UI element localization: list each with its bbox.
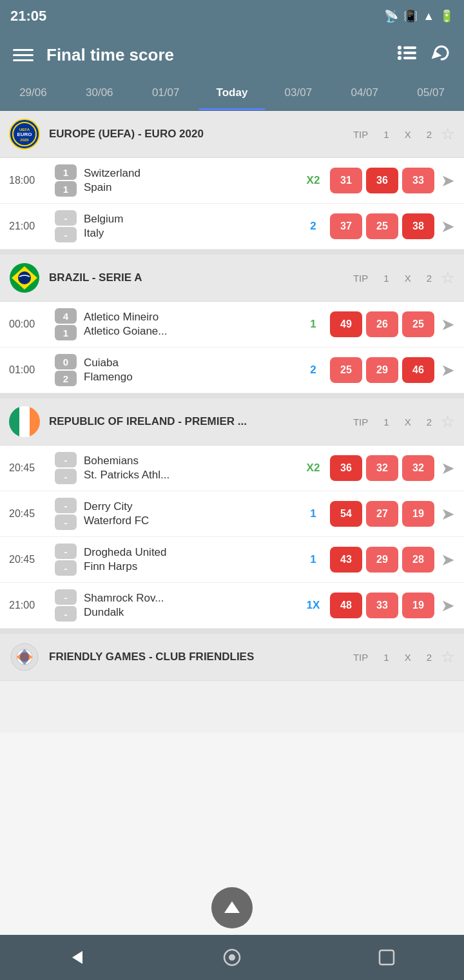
league-logo-ireland <box>9 406 40 437</box>
team-home: Atletico Mineiro <box>84 311 296 324</box>
odd-2: 19 <box>402 593 434 618</box>
team-home: Cuiaba <box>84 357 296 369</box>
score-home: - <box>55 452 77 467</box>
star-icon-brazil[interactable]: ☆ <box>441 269 455 287</box>
league-header-friendly: FRIENDLY GAMES - CLUB FRIENDLIES TIP 1 X… <box>0 634 464 681</box>
cast-icon: 📡 <box>384 9 398 23</box>
wifi-icon: ▲ <box>423 10 434 23</box>
teams: Cuiaba Flamengo <box>84 357 296 384</box>
odd-1: 54 <box>330 501 362 527</box>
col2-label-ireland: X <box>405 416 411 427</box>
match-time: 01:00 <box>9 364 48 376</box>
tip-value: 1X <box>303 599 324 612</box>
score-away: - <box>55 227 77 242</box>
tab-30-06[interactable]: 30/06 <box>66 77 133 110</box>
tip-label-ireland: TIP <box>353 416 368 427</box>
odds-group: 49 26 25 <box>330 311 434 337</box>
col3-label-uefa: 2 <box>427 129 432 140</box>
match-row: 18:00 1 1 Switzerland Spain X2 31 36 33 … <box>0 158 464 204</box>
tab-today[interactable]: Today <box>199 77 266 110</box>
arrow-icon[interactable]: ➤ <box>441 171 455 191</box>
arrow-icon[interactable]: ➤ <box>441 360 455 380</box>
odd-1: 36 <box>330 455 362 481</box>
tab-03-07[interactable]: 03/07 <box>265 77 331 110</box>
svg-point-1 <box>398 51 401 55</box>
match-time: 21:00 <box>9 600 48 611</box>
star-icon-uefa[interactable]: ☆ <box>441 125 455 143</box>
league-logo-brazil <box>9 262 40 293</box>
team-away: Spain <box>84 181 296 194</box>
score-box: - - <box>54 452 77 484</box>
odd-1: 43 <box>330 547 362 573</box>
svg-point-2 <box>398 56 401 60</box>
match-time: 20:45 <box>9 508 48 520</box>
score-box: - - <box>54 210 77 242</box>
teams: Belgium Italy <box>84 213 296 240</box>
teams: Drogheda United Finn Harps <box>84 546 296 573</box>
hamburger-menu[interactable] <box>13 49 34 61</box>
odd-x: 29 <box>366 547 398 573</box>
team-away: Flamengo <box>84 371 296 384</box>
odds-group: 43 29 28 <box>330 547 434 573</box>
tip-label-friendly: TIP <box>353 652 368 663</box>
match-time: 20:45 <box>9 462 48 474</box>
refresh-icon[interactable] <box>432 43 451 67</box>
match-row: 21:00 - - Belgium Italy 2 37 25 38 ➤ <box>0 204 464 250</box>
odd-x: 27 <box>366 501 398 527</box>
tip-value: 1 <box>303 553 324 566</box>
teams: Derry City Waterford FC <box>84 500 296 527</box>
score-home: 0 <box>55 354 77 369</box>
star-icon-ireland[interactable]: ☆ <box>441 413 455 431</box>
score-home: - <box>55 210 77 226</box>
col3-label-brazil: 2 <box>427 273 432 284</box>
score-box: - - <box>54 589 77 622</box>
header-left: Final time score <box>13 45 174 65</box>
date-tabs: 29/06 30/06 01/07 Today 03/07 04/07 05/0… <box>0 77 464 111</box>
teams: Atletico Mineiro Atletico Goiane... <box>84 311 296 338</box>
col2-label-brazil: X <box>405 273 411 284</box>
match-row: 20:45 - - Drogheda United Finn Harps 1 4… <box>0 537 464 583</box>
team-home: Shamrock Rov... <box>84 592 296 605</box>
team-home: Drogheda United <box>84 546 296 559</box>
tab-29-06[interactable]: 29/06 <box>0 77 66 110</box>
arrow-icon[interactable]: ➤ <box>441 504 455 524</box>
odds-group: 31 36 33 <box>330 168 434 193</box>
col1-label-brazil: 1 <box>383 273 389 284</box>
svg-text:EURO: EURO <box>17 132 32 137</box>
odds-group: 37 25 38 <box>330 213 434 239</box>
odd-x: 36 <box>366 168 398 193</box>
col3-label-friendly: 2 <box>427 652 432 663</box>
svg-point-13 <box>18 271 31 284</box>
tab-05-07[interactable]: 05/07 <box>398 77 464 110</box>
team-away: St. Patricks Athl... <box>84 469 296 482</box>
league-name-uefa: EUROPE (UEFA) - EURO 2020 <box>49 128 344 141</box>
league-tips-uefa: TIP 1 X 2 <box>353 129 432 140</box>
svg-marker-6 <box>433 52 440 57</box>
tip-label-brazil: TIP <box>353 273 368 284</box>
odds-group: 54 27 19 <box>330 501 434 527</box>
tab-01-07[interactable]: 01/07 <box>133 77 199 110</box>
teams: Switzerland Spain <box>84 167 296 194</box>
arrow-icon[interactable]: ➤ <box>441 550 455 570</box>
arrow-icon[interactable]: ➤ <box>441 458 455 478</box>
list-icon[interactable] <box>397 45 416 65</box>
svg-rect-3 <box>403 46 416 49</box>
arrow-icon[interactable]: ➤ <box>441 315 455 335</box>
score-away: - <box>55 606 77 622</box>
odds-group: 25 29 46 <box>330 357 434 383</box>
league-name-ireland: REPUBLIC OF IRELAND - PREMIER ... <box>49 415 344 428</box>
score-box: - - <box>54 544 77 576</box>
odd-2: 46 <box>402 357 434 383</box>
col2-label-uefa: X <box>405 129 411 140</box>
league-tips-ireland: TIP 1 X 2 <box>353 416 432 427</box>
svg-rect-4 <box>403 52 416 54</box>
col2-label-friendly: X <box>405 652 411 663</box>
league-header-uefa: UEFA EURO 2020 EUROPE (UEFA) - EURO 2020… <box>0 111 464 158</box>
arrow-icon[interactable]: ➤ <box>441 217 455 237</box>
tab-04-07[interactable]: 04/07 <box>331 77 398 110</box>
star-icon-friendly[interactable]: ☆ <box>441 648 455 666</box>
league-name-friendly: FRIENDLY GAMES - CLUB FRIENDLIES <box>49 651 344 663</box>
section-divider <box>0 250 464 255</box>
arrow-icon[interactable]: ➤ <box>441 596 455 616</box>
odd-x: 33 <box>366 593 398 618</box>
